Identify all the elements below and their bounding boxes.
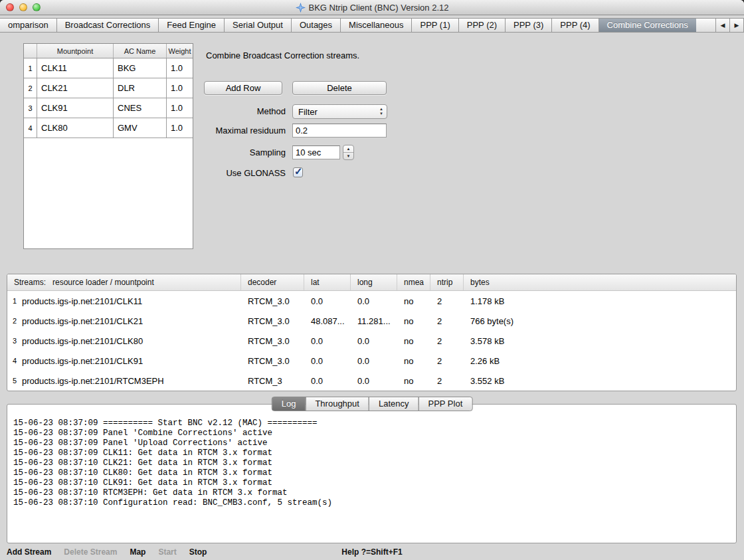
minimize-button[interactable] <box>19 3 27 11</box>
table-row[interactable]: 1 CLK11 BKG 1.0 <box>24 58 193 78</box>
cell-ntrip: 2 <box>430 316 464 326</box>
method-selected-value: Filter <box>298 107 318 117</box>
table-row[interactable]: 3 CLK91 CNES 1.0 <box>24 98 193 118</box>
tab-ppp-3[interactable]: PPP (3) <box>505 18 552 33</box>
cell-ac-name[interactable]: DLR <box>114 78 167 98</box>
method-label: Method <box>186 106 286 116</box>
use-glonass-label: Use GLONASS <box>186 168 286 178</box>
log-line: 15-06-23 08:37:09 CLK11: Get data in RTC… <box>13 448 731 458</box>
cell-nmea: no <box>397 356 430 366</box>
cell-long: 0.0 <box>351 296 397 306</box>
sampling-label: Sampling <box>186 147 286 157</box>
tab-scroll-left-button[interactable]: ◀ <box>715 18 730 33</box>
tab-outages[interactable]: Outages <box>291 18 341 33</box>
window-title: BKG Ntrip Client (BNC) Version 2.12 <box>309 3 449 13</box>
window-controls <box>6 3 46 11</box>
cell-decoder: RTCM_3.0 <box>241 296 304 306</box>
log-tabbar: Log Throughput Latency PPP Plot <box>272 397 473 411</box>
cell-long: 0.0 <box>351 376 397 386</box>
sampling-input[interactable] <box>292 145 340 159</box>
stream-row[interactable]: 2 products.igs-ip.net:2101/CLK21 RTCM_3.… <box>7 311 736 331</box>
maximal-residuum-input[interactable] <box>292 124 387 138</box>
app-icon <box>296 3 306 13</box>
main-tabbar: omparison Broadcast Corrections Feed Eng… <box>0 18 744 33</box>
cell-ac-name[interactable]: BKG <box>114 58 167 78</box>
cell-bytes: 3.578 kB <box>464 336 736 346</box>
cell-nmea: no <box>397 336 430 346</box>
stepper-down-button[interactable]: ▼ <box>343 153 353 160</box>
tab-feed-engine[interactable]: Feed Engine <box>158 18 225 33</box>
stream-row[interactable]: 5 products.igs-ip.net:2101/RTCM3EPH RTCM… <box>7 371 736 391</box>
tab-scroll-right-button[interactable]: ▶ <box>729 18 744 33</box>
cell-bytes: 1.178 kB <box>464 296 736 306</box>
cell-mountpoint[interactable]: CLK80 <box>37 118 114 138</box>
stream-row[interactable]: 1 products.igs-ip.net:2101/CLK11 RTCM_3.… <box>7 291 736 311</box>
table-row[interactable]: 2 CLK21 DLR 1.0 <box>24 78 193 98</box>
cell-nmea: no <box>397 376 430 386</box>
help-shortcut-label: Help ?=Shift+F1 <box>341 547 402 557</box>
tab-ppp-2[interactable]: PPP (2) <box>458 18 506 33</box>
cell-mountpoint: products.igs-ip.net:2101/CLK91 <box>22 356 241 366</box>
tab-comparison[interactable]: omparison <box>0 18 57 33</box>
add-row-button[interactable]: Add Row <box>204 81 282 95</box>
tab-combine-corrections[interactable]: Combine Corrections <box>599 18 697 33</box>
tab-latency[interactable]: Latency <box>369 397 419 411</box>
cell-weight[interactable]: 1.0 <box>167 58 193 78</box>
cell-mountpoint[interactable]: CLK21 <box>37 78 114 98</box>
log-line: 15-06-23 08:37:09 ========== Start BNC v… <box>13 419 731 428</box>
add-stream-button[interactable]: Add Stream <box>7 547 51 557</box>
cell-lat: 0.0 <box>304 336 351 346</box>
tab-ppp-1[interactable]: PPP (1) <box>411 18 458 33</box>
row-number: 1 <box>7 297 22 305</box>
column-header-ac-name: AC Name <box>114 44 167 58</box>
bottom-toolbar: Add Stream Delete Stream Map Start Stop … <box>0 543 744 560</box>
tab-ppp-4[interactable]: PPP (4) <box>551 18 599 33</box>
close-button[interactable] <box>6 3 14 11</box>
delete-button[interactable]: Delete <box>292 81 387 95</box>
table-row[interactable]: 4 CLK80 GMV 1.0 <box>24 118 193 138</box>
stream-row[interactable]: 3 products.igs-ip.net:2101/CLK80 RTCM_3.… <box>7 331 736 351</box>
cell-ntrip: 2 <box>430 336 464 346</box>
cell-ntrip: 2 <box>430 376 464 386</box>
cell-mountpoint[interactable]: CLK91 <box>37 98 114 118</box>
cell-mountpoint: products.igs-ip.net:2101/RTCM3EPH <box>22 376 241 386</box>
cell-lat: 0.0 <box>304 356 351 366</box>
log-line: 15-06-23 08:37:10 CLK91: Get data in RTC… <box>13 478 731 488</box>
log-line: 15-06-23 08:37:09 Panel 'Combine Correct… <box>13 428 731 438</box>
cell-weight[interactable]: 1.0 <box>167 78 193 98</box>
tab-serial-output[interactable]: Serial Output <box>224 18 292 33</box>
use-glonass-checkbox[interactable]: ✓ <box>293 167 303 177</box>
cell-ac-name[interactable]: GMV <box>114 118 167 138</box>
tab-ppp-plot[interactable]: PPP Plot <box>418 397 472 411</box>
map-button[interactable]: Map <box>130 547 145 557</box>
corner-header-cell <box>24 44 37 58</box>
cell-decoder: RTCM_3.0 <box>241 336 304 346</box>
delete-stream-button: Delete Stream <box>64 547 117 557</box>
column-header-decoder: decoder <box>241 274 304 290</box>
cell-nmea: no <box>397 316 430 326</box>
tab-broadcast-corrections[interactable]: Broadcast Corrections <box>56 18 159 33</box>
app-window: BKG Ntrip Client (BNC) Version 2.12 ompa… <box>0 0 744 560</box>
stream-row[interactable]: 4 products.igs-ip.net:2101/CLK91 RTCM_3.… <box>7 351 736 371</box>
titlebar: BKG Ntrip Client (BNC) Version 2.12 <box>0 0 744 15</box>
cell-ntrip: 2 <box>430 296 464 306</box>
column-header-mountpoint: Mountpoint <box>37 44 114 58</box>
tab-throughput[interactable]: Throughput <box>305 397 369 411</box>
stepper-up-button[interactable]: ▲ <box>343 145 353 153</box>
log-line: 15-06-23 08:37:10 Configuration read: BN… <box>13 498 731 508</box>
cell-ac-name[interactable]: CNES <box>114 98 167 118</box>
zoom-button[interactable] <box>33 3 41 11</box>
tab-log[interactable]: Log <box>272 397 306 411</box>
chevron-right-icon: ▶ <box>735 22 739 29</box>
method-select[interactable]: Filter ▲ ▼ <box>292 104 387 119</box>
combobox-arrows-icon: ▲ ▼ <box>379 107 383 116</box>
cell-decoder: RTCM_3.0 <box>241 316 304 326</box>
stop-button[interactable]: Stop <box>189 547 207 557</box>
streams-table: Streams: resource loader / mountpoint de… <box>7 274 737 391</box>
cell-decoder: RTCM_3 <box>241 376 304 386</box>
cell-long: 0.0 <box>351 336 397 346</box>
tab-miscellaneous[interactable]: Miscellaneous <box>340 18 412 33</box>
log-output[interactable]: 15-06-23 08:37:09 ========== Start BNC v… <box>7 404 737 543</box>
column-header-weight: Weight <box>167 44 193 58</box>
cell-mountpoint[interactable]: CLK11 <box>37 58 114 78</box>
